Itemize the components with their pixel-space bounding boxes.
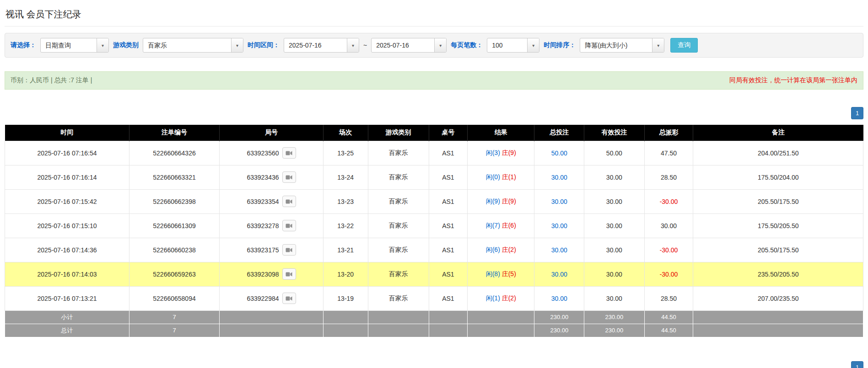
cell-bet-id: 522660662398 (129, 189, 220, 213)
round-detail-button[interactable] (282, 171, 296, 183)
video-replay-icon (286, 150, 292, 156)
round-number: 633923354 (247, 198, 279, 205)
cell-total-bet[interactable]: 50.00 (534, 141, 584, 165)
round-number: 633923436 (247, 174, 279, 181)
cell-game-type: 百家乐 (368, 141, 429, 165)
cell-bet-id: 522660663321 (129, 165, 220, 189)
summary-totals: 币别：人民币 | 总共 :7 注单 | (11, 76, 92, 85)
video-replay-icon (286, 199, 292, 204)
chevron-down-icon[interactable]: ▾ (434, 38, 446, 52)
round-detail-button[interactable] (282, 196, 296, 207)
table-row: 2025-07-16 07:16:14522660663321633923436… (5, 165, 863, 189)
chevron-down-icon[interactable]: ▾ (231, 38, 243, 52)
summary-bar: 币别：人民币 | 总共 :7 注单 | 同局有效投注，统一计算在该局第一张注单内 (5, 71, 863, 90)
cell-valid-bet: 50.00 (584, 141, 644, 165)
video-replay-icon (286, 272, 292, 277)
cell-summary-label: 小计 (5, 310, 129, 324)
cell-summary-label: 总计 (5, 324, 129, 337)
page-size-combo[interactable]: 100 ▾ (487, 38, 539, 53)
date-to-picker[interactable]: 2025-07-16 ▾ (371, 38, 447, 53)
column-header: 结果 (468, 125, 534, 141)
page-title: 视讯 会员下注纪录 (5, 8, 863, 21)
cell-total-bet[interactable]: 30.00 (534, 286, 584, 310)
table-footer: 小计7230.00230.0044.50总计7230.00230.0044.50 (5, 310, 863, 337)
cell-total-bet[interactable]: 30.00 (534, 262, 584, 286)
cell-result: 闲(0) 庄(1) (468, 165, 534, 189)
cell-empty (429, 324, 467, 337)
round-detail-button[interactable] (282, 268, 296, 280)
cell-total-bet[interactable]: 30.00 (534, 213, 584, 238)
sort-combo[interactable]: 降冪(由大到小) ▾ (580, 38, 664, 53)
cell-valid-bet: 30.00 (584, 189, 644, 213)
result-banker: 庄(6) (502, 222, 516, 229)
cell-empty (368, 310, 429, 324)
date-from-picker[interactable]: 2025-07-16 ▾ (284, 38, 359, 53)
chevron-down-icon[interactable]: ▾ (527, 38, 539, 52)
round-detail-button[interactable] (282, 220, 296, 231)
query-type-label: 请选择： (11, 41, 36, 49)
cell-bet-id: 522660664326 (129, 141, 220, 165)
round-number: 633922984 (247, 295, 279, 302)
cell-table-number: AS1 (429, 238, 467, 262)
cell-bet-id: 522660658094 (129, 286, 220, 310)
result-player: 闲(9) (486, 197, 500, 205)
cell-empty (429, 310, 467, 324)
bet-records-table: 时间注单编号局号场次游戏类别桌号结果总投注有效投注总派彩备注 2025-07-1… (5, 125, 863, 337)
cell-time: 2025-07-16 07:13:21 (5, 286, 129, 310)
page-button[interactable]: 1 (851, 361, 863, 368)
chevron-down-icon[interactable]: ▾ (652, 38, 664, 52)
pagination-bottom: 1 (5, 361, 863, 368)
cell-summary-count: 7 (129, 310, 220, 324)
cell-empty (693, 310, 863, 324)
chevron-down-icon[interactable]: ▾ (347, 38, 359, 52)
cell-time: 2025-07-16 07:16:14 (5, 165, 129, 189)
cell-table-number: AS1 (429, 286, 467, 310)
cell-total-bet[interactable]: 30.00 (534, 238, 584, 262)
table-header-row: 时间注单编号局号场次游戏类别桌号结果总投注有效投注总派彩备注 (5, 125, 863, 141)
search-button[interactable]: 查询 (670, 38, 698, 53)
round-detail-button[interactable] (282, 293, 296, 304)
cell-total-bet[interactable]: 30.00 (534, 189, 584, 213)
cell-round: 633923560 (219, 141, 323, 165)
video-replay-icon (286, 223, 292, 229)
cell-empty (219, 324, 323, 337)
cell-time: 2025-07-16 07:16:54 (5, 141, 129, 165)
summary-row: 小计7230.00230.0044.50 (5, 310, 863, 324)
cell-empty (693, 324, 863, 337)
cell-summary-count: 7 (129, 324, 220, 337)
cell-note: 205.50/175.50 (693, 238, 863, 262)
page-button[interactable]: 1 (851, 107, 863, 119)
cell-game-type: 百家乐 (368, 189, 429, 213)
chevron-down-icon[interactable]: ▾ (97, 38, 108, 52)
combo-value: 日期查询 (41, 38, 97, 52)
cell-summary-valid-bet: 230.00 (584, 310, 644, 324)
cell-session: 13-25 (323, 141, 368, 165)
table-row: 2025-07-16 07:15:42522660662398633923354… (5, 189, 863, 213)
game-type-combo[interactable]: 百家乐 ▾ (143, 38, 243, 53)
result-player: 闲(1) (486, 294, 500, 302)
table-row: 2025-07-16 07:14:03522660659263633923098… (5, 262, 863, 286)
game-type-label: 游戏类别 (113, 41, 139, 49)
cell-session: 13-19 (323, 286, 368, 310)
cell-total-bet[interactable]: 30.00 (534, 165, 584, 189)
cell-note: 175.50/204.00 (693, 165, 863, 189)
page-size-label: 每页笔数： (451, 41, 483, 49)
column-header: 有效投注 (584, 125, 644, 141)
summary-note: 同局有效投注，统一计算在该局第一张注单内 (729, 76, 857, 85)
video-replay-icon (286, 175, 292, 180)
cell-table-number: AS1 (429, 165, 467, 189)
combo-value: 100 (487, 38, 527, 52)
round-detail-button[interactable] (282, 244, 296, 256)
query-type-combo[interactable]: 日期查询 ▾ (40, 38, 109, 53)
column-header: 桌号 (429, 125, 467, 141)
page: 视讯 会员下注纪录 请选择： 日期查询 ▾ 游戏类别 百家乐 ▾ 时间区间： 2… (0, 0, 868, 368)
cell-valid-bet: 30.00 (584, 213, 644, 238)
result-player: 闲(8) (486, 270, 500, 277)
cell-valid-bet: 30.00 (584, 262, 644, 286)
cell-bet-id: 522660661309 (129, 213, 220, 238)
cell-payout: -30.00 (644, 189, 693, 213)
cell-summary-payout: 44.50 (644, 324, 693, 337)
round-detail-button[interactable] (282, 147, 296, 159)
video-replay-icon (286, 247, 292, 253)
cell-payout: 28.50 (644, 165, 693, 189)
